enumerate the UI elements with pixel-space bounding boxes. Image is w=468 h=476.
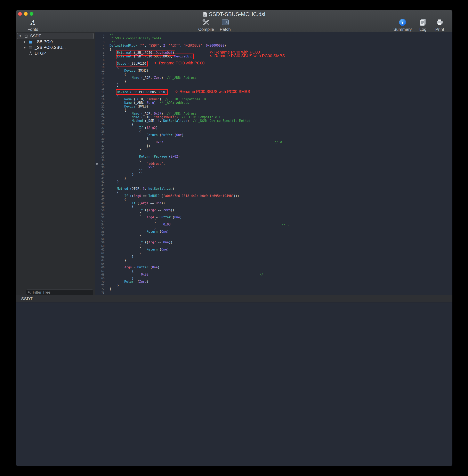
code-line: 16 xyxy=(95,87,453,90)
filter-input[interactable] xyxy=(26,289,93,295)
patch-highlight-box: External (_SB_.PCI0, DeviceObj) xyxy=(117,51,174,55)
code-line: 73 xyxy=(95,291,453,294)
sidebar-item-sb-pci0-sbus[interactable]: ▶ _SB.PCI0.SBU... xyxy=(17,45,93,50)
line-number: 68 xyxy=(95,273,107,276)
code-line: 30 { xyxy=(95,137,453,141)
sidebar-item-ssdt[interactable]: ▼ SSDT xyxy=(17,33,93,39)
toolbar-item-patch[interactable]: Patch xyxy=(213,18,237,32)
line-number: 65 xyxy=(95,262,107,266)
device-icon xyxy=(28,45,33,50)
code-line: 65 xyxy=(95,262,453,266)
annotation: <- Rename PCI0 with PC00 xyxy=(154,61,205,65)
line-number: 70 xyxy=(95,280,107,283)
code-line: 5{ xyxy=(95,48,453,51)
toolbar-item-print[interactable]: Print xyxy=(427,18,452,32)
code-line: 46 If ((Arg0 == ToUUID ("a0b5b7c6-1318-4… xyxy=(95,194,453,198)
line-number: 2 xyxy=(95,37,107,40)
line-number: 69 xyxy=(95,277,107,280)
tools-icon xyxy=(202,19,210,26)
code-line: 25 Method (_DSM, 4, NotSerialized) // _D… xyxy=(95,119,453,123)
line-number: 12 xyxy=(95,73,107,76)
source-editor[interactable]: 1/*2 * SMBus compatibility table.3 */4De… xyxy=(95,32,453,295)
line-number: 36 xyxy=(95,158,107,162)
line-number: 38 xyxy=(95,165,107,169)
line-number: 44 xyxy=(95,187,107,191)
line-number: 53 xyxy=(95,219,107,223)
line-number: 30 xyxy=(95,137,107,141)
code-line: 49 { xyxy=(95,205,453,208)
line-number: 18 xyxy=(95,94,107,97)
status-scope-path: SSDT xyxy=(21,296,33,301)
code-line: 58 xyxy=(95,237,453,241)
code-line: 68 0x00 // . xyxy=(95,273,453,276)
disclosure-closed-icon[interactable]: ▶ xyxy=(23,46,27,49)
code-line: 40 } xyxy=(95,173,453,176)
toolbar-label: Fonts xyxy=(20,27,45,32)
line-number: 67 xyxy=(95,269,107,273)
code-line: 43 xyxy=(95,183,453,187)
annotation: <- Rename PCI0.SBUS with PC00.SMBS xyxy=(209,54,285,58)
home-icon xyxy=(24,34,29,38)
code-line: 41 } xyxy=(95,177,453,180)
code-line: 11 Device (MCHC) xyxy=(95,69,453,73)
line-number: 60 xyxy=(95,244,107,248)
code-line: 72} xyxy=(95,287,453,291)
line-number: 71 xyxy=(95,284,107,287)
status-bar: SSDT xyxy=(16,295,453,302)
line-number: 47 xyxy=(95,198,107,201)
line-number: 7 xyxy=(95,55,107,58)
code-line: 32 }) xyxy=(95,144,453,148)
line-number: 3 xyxy=(95,40,107,44)
toolbar-label: Print xyxy=(427,27,452,32)
line-number: 15 xyxy=(95,83,107,87)
line-number: 6 xyxy=(95,51,107,55)
sidebar-item-dtgp[interactable]: DTGP xyxy=(17,50,93,56)
document-proxy-icon xyxy=(203,12,207,17)
scope-tree: ▼ SSDT ▶ _ xyxy=(16,32,95,56)
line-number: 63 xyxy=(95,255,107,258)
line-number: 39 xyxy=(95,169,107,173)
code-line: 62 } xyxy=(95,252,453,255)
code-line: 14 } xyxy=(95,80,453,83)
sidebar-item-sb-pci0[interactable]: ▶ _SB.PCI0 xyxy=(17,39,93,45)
code-area[interactable]: 1/*2 * SMBus compatibility table.3 */4De… xyxy=(95,32,453,294)
line-number: 59 xyxy=(95,241,107,244)
code-line: 2 * SMBus compatibility table. xyxy=(95,37,453,40)
code-line: 51 { xyxy=(95,212,453,216)
code-line: 12 { xyxy=(95,73,453,76)
code-line: 28 { xyxy=(95,130,453,133)
line-number: 43 xyxy=(95,183,107,187)
line-number: 34 xyxy=(95,151,107,155)
code-line: 39 }) xyxy=(95,169,453,173)
log-pages-icon xyxy=(419,19,426,26)
code-line: 20 Name (_ADR, Zero) // _ADR: Address xyxy=(95,101,453,105)
tree-label: _SB.PCI0 xyxy=(35,39,53,44)
line-number: 28 xyxy=(95,130,107,133)
code-line: 34 xyxy=(95,151,453,155)
code-line: 70 Return (Zero) xyxy=(95,280,453,283)
filter-tree-field xyxy=(26,289,93,295)
code-line: 67 { xyxy=(95,269,453,273)
line-number: 54 xyxy=(95,223,107,226)
line-number: 31 xyxy=(95,141,107,144)
code-line: 38 0x57 xyxy=(95,165,453,169)
line-number: 25 xyxy=(95,119,107,123)
tree-label: SSDT xyxy=(30,34,41,38)
tree-label: _SB.PCI0.SBU... xyxy=(35,45,66,50)
code-line: 66 Arg4 = Buffer (One) xyxy=(95,266,453,269)
patch-icon xyxy=(221,19,229,26)
code-line: 8 xyxy=(95,58,453,62)
code-line: 15 } xyxy=(95,83,453,87)
line-number: 72 xyxy=(95,287,107,291)
disclosure-closed-icon[interactable]: ▶ xyxy=(23,40,27,43)
disclosure-open-icon[interactable]: ▼ xyxy=(19,34,22,38)
patch-highlight-box: Device (_SB.PCI0.SBUS.BUS0) xyxy=(117,90,167,94)
code-line: 22 { xyxy=(95,108,453,112)
line-number: 19 xyxy=(95,98,107,101)
line-number: 40 xyxy=(95,173,107,176)
code-line: 3 */ xyxy=(95,40,453,44)
code-line: 71 } xyxy=(95,284,453,287)
toolbar-item-fonts[interactable]: A Fonts xyxy=(20,18,45,32)
line-number: 66 xyxy=(95,266,107,269)
line-number: 13 xyxy=(95,76,107,80)
